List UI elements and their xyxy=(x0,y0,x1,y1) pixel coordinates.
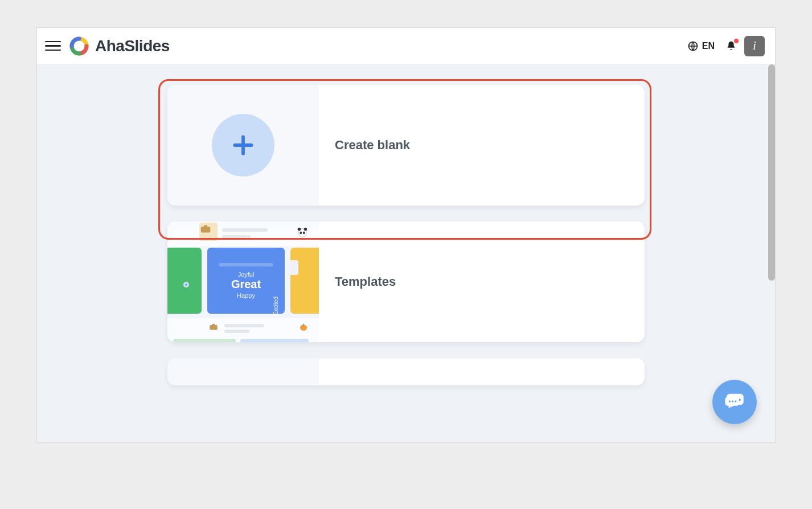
svg-rect-10 xyxy=(212,324,215,326)
app-window: AhaSlides EN i xyxy=(36,27,776,443)
create-blank-title: Create blank xyxy=(335,138,410,153)
plus-icon xyxy=(231,133,256,158)
language-selector[interactable]: EN xyxy=(687,40,715,52)
chat-icon xyxy=(723,389,747,415)
brand-name: AhaSlides xyxy=(95,37,170,55)
svg-rect-3 xyxy=(204,225,207,228)
tpl-word-excited: Excited xyxy=(273,297,279,315)
svg-point-6 xyxy=(304,228,307,231)
info-icon: i xyxy=(753,39,756,52)
globe-icon xyxy=(687,40,699,52)
briefcase-icon xyxy=(208,322,219,334)
menu-button[interactable] xyxy=(45,38,61,54)
card-next[interactable] xyxy=(167,358,645,385)
app-header: AhaSlides EN i xyxy=(37,28,775,64)
brand-logo-icon xyxy=(69,36,89,56)
briefcase-icon xyxy=(199,223,218,241)
templates-thumb: Joyful Great Happy Excited xyxy=(167,221,319,342)
svg-point-18 xyxy=(735,400,737,403)
svg-point-11 xyxy=(300,325,307,331)
card-create-blank[interactable]: Create blank xyxy=(167,85,645,206)
content-column: Create blank xyxy=(167,85,645,385)
svg-point-7 xyxy=(300,232,302,235)
scrollbar[interactable] xyxy=(768,64,775,281)
brand[interactable]: AhaSlides xyxy=(69,36,170,56)
body-area: Create blank xyxy=(37,64,775,442)
svg-point-16 xyxy=(729,400,731,403)
svg-point-8 xyxy=(303,232,305,235)
chat-button[interactable] xyxy=(712,380,757,424)
panda-icon xyxy=(296,226,309,241)
svg-rect-12 xyxy=(303,324,304,326)
svg-point-5 xyxy=(298,228,301,231)
info-button[interactable]: i xyxy=(744,36,765,56)
next-thumb xyxy=(167,358,319,385)
svg-rect-2 xyxy=(201,227,211,232)
tpl-word-great: Great xyxy=(231,278,261,291)
plus-circle xyxy=(212,114,274,176)
pumpkin-icon xyxy=(298,322,309,334)
radio-icon xyxy=(183,282,189,288)
svg-point-17 xyxy=(732,400,734,403)
templates-title: Templates xyxy=(335,274,396,289)
tpl-word-joyful: Joyful xyxy=(238,271,255,278)
card-templates[interactable]: Joyful Great Happy Excited xyxy=(167,221,645,342)
language-label: EN xyxy=(702,41,715,51)
tpl-word-happy: Happy xyxy=(237,292,255,299)
notification-dot xyxy=(734,39,739,43)
svg-rect-9 xyxy=(210,325,218,330)
create-blank-thumb xyxy=(167,85,319,206)
notifications-button[interactable] xyxy=(725,40,737,52)
